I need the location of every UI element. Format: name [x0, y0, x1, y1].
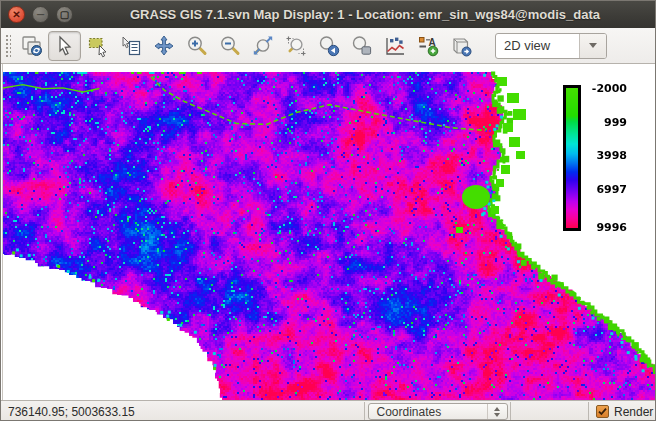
maximize-button[interactable]: ▢	[56, 6, 73, 23]
select-features-icon	[86, 34, 110, 58]
query-icon	[119, 34, 143, 58]
toolbar-drag-handle[interactable]	[4, 33, 11, 59]
zoom-options-button[interactable]	[345, 31, 378, 61]
analyze-button[interactable]	[378, 31, 411, 61]
zoom-options-icon	[350, 34, 374, 58]
raster-legend: -2000 999 3998 6997 9996	[561, 83, 633, 243]
zoom-out-icon	[218, 34, 242, 58]
render-display-icon	[20, 34, 44, 58]
render-display-button[interactable]	[15, 31, 48, 61]
view-mode-value: 2D view	[496, 34, 579, 58]
select-features-button[interactable]	[81, 31, 114, 61]
view-mode-dropdown-button[interactable]	[579, 34, 606, 58]
pan-button[interactable]	[147, 31, 180, 61]
titlebar: ✕ ─ ▢ GRASS GIS 7.1.svn Map Display: 1 -…	[1, 1, 656, 28]
zoom-region-icon	[284, 34, 308, 58]
export-display-button[interactable]	[444, 31, 477, 61]
export-display-icon	[449, 34, 473, 58]
render-label: Render	[614, 405, 653, 419]
analyze-icon	[383, 34, 407, 58]
window-title: GRASS GIS 7.1.svn Map Display: 1 - Locat…	[81, 7, 649, 22]
statusbar-mode-select[interactable]: Coordinates	[368, 403, 508, 420]
map-display-canvas[interactable]	[3, 64, 655, 400]
zoom-back-icon	[317, 34, 341, 58]
legend-label-4: 6997	[585, 183, 627, 196]
check-icon	[597, 406, 608, 417]
pointer-icon	[53, 34, 77, 58]
legend-label-2: 999	[585, 116, 627, 129]
zoom-region-button[interactable]	[279, 31, 312, 61]
zoom-extent-button[interactable]	[246, 31, 279, 61]
coordinate-readout: 736140.95; 5003633.15	[2, 402, 365, 421]
minimize-button[interactable]: ─	[32, 6, 49, 23]
render-toggle[interactable]: Render	[589, 402, 656, 421]
zoom-in-button[interactable]	[180, 31, 213, 61]
add-map-elements-button[interactable]: A	[411, 31, 444, 61]
zoom-in-icon	[185, 34, 209, 58]
chevron-down-icon	[589, 43, 597, 48]
statusbar-spacer	[511, 402, 589, 421]
legend-label-3: 3998	[585, 149, 627, 162]
statusbar: 736140.95; 5003633.15 Coordinates Render	[1, 400, 656, 421]
pan-icon	[152, 34, 176, 58]
statusbar-mode-value: Coordinates	[369, 405, 487, 419]
zoom-out-button[interactable]	[213, 31, 246, 61]
add-map-elements-icon: A	[416, 34, 440, 58]
close-button[interactable]: ✕	[8, 6, 25, 23]
grass-map-display-window: ✕ ─ ▢ GRASS GIS 7.1.svn Map Display: 1 -…	[0, 0, 656, 421]
zoom-extent-icon	[251, 34, 275, 58]
map-toolbar: A 2D view	[1, 28, 656, 64]
view-mode-select[interactable]: 2D view	[495, 33, 607, 59]
legend-color-bar	[563, 85, 581, 231]
statusbar-mode-section: Coordinates	[365, 402, 511, 421]
legend-label-min: -2000	[585, 82, 627, 95]
render-checkbox[interactable]	[596, 405, 609, 418]
zoom-back-button[interactable]	[312, 31, 345, 61]
legend-label-max: 9996	[585, 221, 627, 234]
query-button[interactable]	[114, 31, 147, 61]
pointer-button[interactable]	[48, 31, 81, 61]
spinner-arrows-icon[interactable]	[487, 404, 507, 419]
